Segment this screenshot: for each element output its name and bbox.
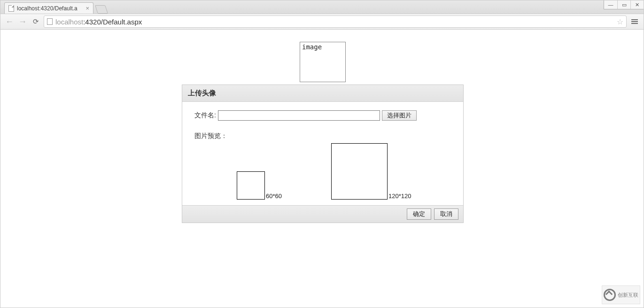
- address-bar: ← → ⟳ localhost:4320/Default.aspx ☆: [0, 14, 644, 30]
- page-icon: [47, 18, 53, 25]
- preview-label: 图片预览：: [194, 132, 451, 140]
- tab-strip: localhost:4320/Default.a ×: [0, 0, 644, 14]
- dialog-footer: 确定 取消: [182, 205, 463, 223]
- hamburger-icon: [631, 21, 638, 22]
- watermark-text: 创新互联: [618, 292, 638, 298]
- size-label-60: 60*60: [266, 192, 282, 200]
- maximize-button[interactable]: ▭: [617, 0, 630, 9]
- cancel-button[interactable]: 取消: [434, 208, 458, 220]
- preview-60: 60*60: [237, 171, 282, 200]
- preview-120: 120*120: [331, 143, 411, 200]
- image-placeholder: image: [300, 42, 346, 82]
- file-row: 文件名: 选择图片: [194, 110, 451, 121]
- reload-button[interactable]: ⟳: [31, 16, 41, 27]
- new-tab-button[interactable]: [95, 5, 108, 14]
- ok-button[interactable]: 确定: [407, 208, 431, 220]
- url-input[interactable]: localhost:4320/Default.aspx ☆: [44, 15, 627, 28]
- preview-box-60: [237, 171, 265, 200]
- back-button[interactable]: ←: [4, 16, 15, 27]
- minimize-button[interactable]: —: [604, 0, 617, 9]
- preview-row: 60*60 120*120: [194, 143, 451, 200]
- preview-box-120: [331, 143, 388, 200]
- tab-close-icon[interactable]: ×: [85, 5, 89, 12]
- dialog-title: 上传头像: [182, 85, 463, 102]
- page-viewport: image 上传头像 文件名: 选择图片 图片预览： 60*60: [1, 30, 643, 307]
- upload-avatar-dialog: 上传头像 文件名: 选择图片 图片预览： 60*60 120*120: [182, 85, 464, 223]
- window-controls: — ▭ ✕: [604, 0, 644, 9]
- size-label-120: 120*120: [388, 192, 411, 200]
- dialog-body: 文件名: 选择图片 图片预览： 60*60 120*120: [182, 102, 463, 205]
- url-text: localhost:4320/Default.aspx: [55, 18, 142, 26]
- filename-input[interactable]: [218, 110, 380, 121]
- browser-tab[interactable]: localhost:4320/Default.a ×: [4, 2, 93, 14]
- watermark-logo-icon: [604, 289, 616, 301]
- forward-button[interactable]: →: [17, 16, 28, 27]
- chrome-menu-button[interactable]: [629, 16, 640, 27]
- file-icon: [8, 5, 14, 12]
- tab-title: localhost:4320/Default.a: [17, 5, 83, 12]
- browser-window: — ▭ ✕ localhost:4320/Default.a × ← → ⟳ l…: [0, 0, 644, 308]
- filename-label: 文件名:: [194, 111, 216, 120]
- close-window-button[interactable]: ✕: [630, 0, 644, 9]
- watermark: 创新互联: [602, 285, 640, 304]
- choose-image-button[interactable]: 选择图片: [382, 110, 417, 121]
- bookmark-star-icon[interactable]: ☆: [617, 17, 623, 26]
